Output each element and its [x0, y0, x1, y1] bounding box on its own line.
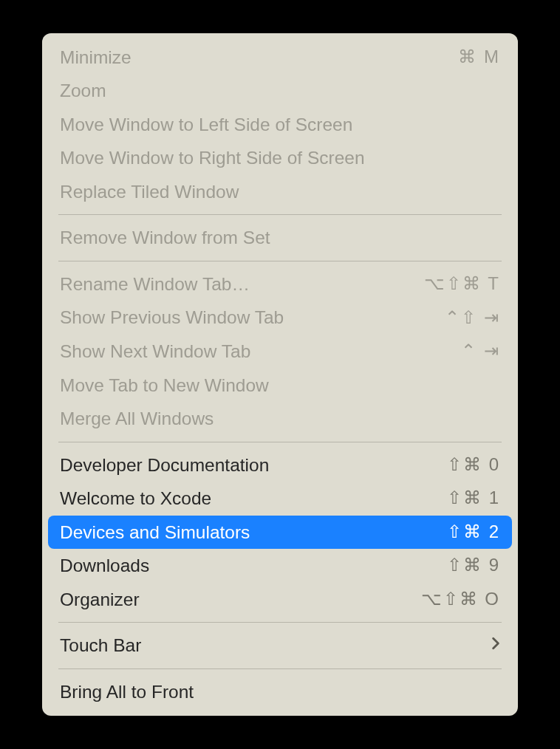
menu-item-shortcut: ⌥⇧⌘ O — [421, 586, 500, 612]
menu-item-label: Replace Tiled Window — [60, 179, 500, 205]
chevron-right-icon — [491, 635, 500, 656]
menu-item-organizer[interactable]: Organizer ⌥⇧⌘ O — [42, 583, 518, 617]
menu-item-label: Downloads — [60, 553, 447, 579]
menu-item-label: Move Window to Right Side of Screen — [60, 145, 500, 171]
menu-item-move-tab-new-window[interactable]: Move Tab to New Window — [42, 369, 518, 403]
menu-item-label: Bring All to Front — [60, 679, 500, 705]
menu-item-rename-tab[interactable]: Rename Window Tab… ⌥⇧⌘ T — [42, 267, 518, 301]
window-menu: Minimize ⌘ M Zoom Move Window to Left Si… — [42, 33, 518, 716]
menu-item-replace-tiled[interactable]: Replace Tiled Window — [42, 175, 518, 209]
menu-item-label: Minimize — [60, 44, 458, 71]
menu-item-welcome-xcode[interactable]: Welcome to Xcode ⇧⌘ 1 — [42, 482, 518, 516]
menu-item-label: Show Next Window Tab — [60, 338, 461, 365]
menu-item-label: Move Window to Left Side of Screen — [60, 112, 500, 138]
menu-item-label: Show Previous Window Tab — [60, 304, 445, 331]
menu-item-touch-bar[interactable]: Touch Bar — [42, 629, 518, 663]
menu-item-developer-documentation[interactable]: Developer Documentation ⇧⌘ 0 — [42, 448, 518, 482]
menu-item-shortcut: ⌥⇧⌘ T — [424, 271, 500, 297]
menu-item-label: Merge All Windows — [60, 406, 500, 432]
menu-item-label: Rename Window Tab… — [60, 271, 424, 298]
menu-item-label: Move Tab to New Window — [60, 372, 500, 399]
menu-item-bring-all-front[interactable]: Bring All to Front — [42, 675, 518, 709]
menu-item-remove-window-set[interactable]: Remove Window from Set — [42, 221, 518, 255]
menu-item-label: Organizer — [60, 586, 421, 613]
menu-item-move-window-right[interactable]: Move Window to Right Side of Screen — [42, 141, 518, 175]
menu-item-move-window-left[interactable]: Move Window to Left Side of Screen — [42, 108, 518, 142]
menu-item-shortcut: ⌘ M — [458, 44, 500, 70]
menu-item-devices-simulators[interactable]: Devices and Simulators ⇧⌘ 2 — [48, 516, 512, 550]
menu-item-label: Developer Documentation — [60, 452, 447, 479]
menu-item-label: Touch Bar — [60, 632, 491, 659]
menu-item-shortcut: ⇧⌘ 9 — [447, 553, 500, 578]
menu-item-label: Welcome to Xcode — [60, 485, 447, 512]
menu-separator — [58, 442, 502, 442]
menu-item-shortcut: ⇧⌘ 1 — [447, 485, 500, 511]
menu-item-show-next-tab[interactable]: Show Next Window Tab ⌃ ⇥ — [42, 335, 518, 369]
menu-item-downloads[interactable]: Downloads ⇧⌘ 9 — [42, 549, 518, 583]
menu-separator — [58, 214, 502, 215]
menu-item-minimize[interactable]: Minimize ⌘ M — [42, 41, 518, 75]
menu-item-show-prev-tab[interactable]: Show Previous Window Tab ⌃⇧ ⇥ — [42, 301, 518, 335]
menu-item-zoom[interactable]: Zoom — [42, 74, 518, 108]
menu-separator — [58, 668, 502, 669]
menu-item-label: Zoom — [60, 78, 500, 104]
menu-item-merge-all-windows[interactable]: Merge All Windows — [42, 402, 518, 436]
menu-item-shortcut: ⌃⇧ ⇥ — [445, 305, 500, 331]
menu-item-shortcut: ⇧⌘ 2 — [447, 519, 500, 545]
menu-item-label: Devices and Simulators — [60, 519, 447, 546]
menu-separator — [58, 261, 502, 261]
menu-item-shortcut: ⌃ ⇥ — [461, 338, 500, 364]
menu-item-shortcut: ⇧⌘ 0 — [447, 452, 500, 478]
menu-item-label: Remove Window from Set — [60, 225, 500, 251]
menu-separator — [58, 622, 502, 623]
